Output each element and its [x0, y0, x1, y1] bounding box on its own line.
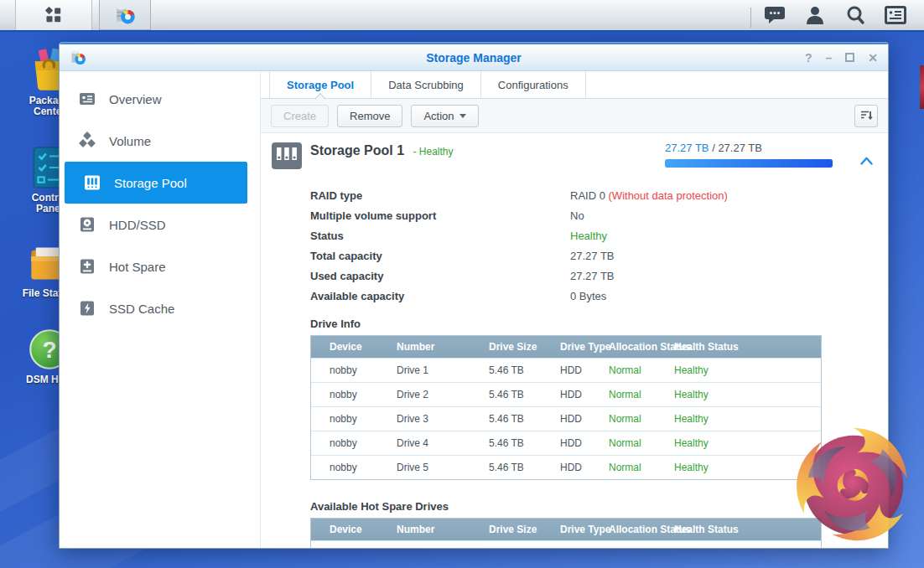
- col-number: Number: [397, 524, 489, 535]
- hdd-ssd-icon: [78, 215, 96, 234]
- volume-icon: [78, 132, 96, 150]
- raid-warning: (Without data protection): [609, 189, 728, 202]
- ssd-cache-icon: [78, 299, 96, 318]
- search-icon: [845, 5, 865, 25]
- table-row[interactable]: nobbyDrive 45.46 TBHDDNormalHealthy: [311, 431, 821, 455]
- table-row[interactable]: nobbyDrive 15.46 TBHDDNormalHealthy: [311, 358, 821, 382]
- detail-row: Status Healthy: [310, 225, 878, 245]
- sidebar-item-label: HDD/SSD: [109, 218, 166, 232]
- detail-row: Used capacity 27.27 TB: [310, 266, 878, 286]
- minimize-button[interactable]: –: [825, 52, 832, 64]
- sidebar-item-label: Hot Spare: [109, 260, 166, 274]
- maximize-button[interactable]: [845, 53, 854, 62]
- capacity-used: 27.27 TB: [665, 142, 709, 154]
- detail-value: 0 Bytes: [570, 290, 606, 302]
- col-drive-size: Drive Size: [489, 341, 560, 353]
- collapse-chevron-icon[interactable]: [860, 157, 873, 165]
- sidebar-item-label: SSD Cache: [109, 302, 174, 316]
- drive-info-table: Device Number Drive Size Drive Type Allo…: [310, 335, 822, 480]
- col-health-status: Health Status: [674, 524, 821, 535]
- table-header-row: Device Number Drive Size Drive Type Allo…: [311, 336, 821, 358]
- tab-storage-pool[interactable]: Storage Pool: [269, 71, 371, 98]
- table-row[interactable]: nobbyDrive 55.46 TBHDDNormalHealthy: [311, 455, 821, 479]
- sidebar-item-hdd-ssd[interactable]: HDD/SSD: [60, 204, 260, 245]
- sidebar-item-label: Volume: [109, 134, 151, 148]
- storage-manager-window: Storage Manager ? – ✕ Overview: [59, 42, 889, 549]
- window-title: Storage Manager: [60, 51, 888, 65]
- detail-row: Available capacity 0 Bytes: [310, 286, 878, 306]
- widgets-button[interactable]: [879, 0, 912, 30]
- action-label: Action: [423, 110, 454, 122]
- tab-label: Data Scrubbing: [388, 79, 464, 91]
- detail-row: Multiple volume support No: [310, 205, 878, 225]
- sidebar: Overview Volume: [60, 71, 261, 548]
- overview-icon: [78, 90, 96, 108]
- tab-data-scrubbing[interactable]: Data Scrubbing: [371, 71, 481, 98]
- screen: Package Center Control Panel Fil: [0, 0, 924, 568]
- col-health-status: Health Status: [674, 341, 821, 353]
- detail-row: Total capacity 27.27 TB: [310, 245, 878, 266]
- col-device: Device: [311, 341, 397, 353]
- col-drive-size: Drive Size: [489, 524, 560, 535]
- tab-label: Configurations: [498, 79, 568, 91]
- window-body: Overview Volume: [60, 71, 888, 548]
- hot-spare-icon: [78, 257, 96, 276]
- storage-pool-icon: [83, 173, 101, 192]
- dropdown-caret-icon: [459, 114, 466, 118]
- col-drive-type: Drive Type: [560, 341, 609, 353]
- pool-panel: Storage Pool 1 - Healthy 27.27 TB / 27.2…: [261, 133, 888, 548]
- col-allocation-status: Allocation Status: [609, 341, 674, 353]
- capacity-total: 27.27 TB: [718, 142, 762, 154]
- detail-row: RAID type RAID 0 (Without data protectio…: [310, 185, 878, 205]
- sidebar-item-volume[interactable]: Volume: [60, 120, 260, 162]
- detail-label: Used capacity: [310, 270, 570, 282]
- taskbar-storage-manager-button[interactable]: [99, 0, 151, 30]
- pool-details: RAID type RAID 0 (Without data protectio…: [310, 185, 878, 306]
- table-row[interactable]: nobbyDrive 35.46 TBHDDNormalHealthy: [311, 406, 821, 431]
- help-button[interactable]: ?: [805, 52, 812, 64]
- sidebar-item-hot-spare[interactable]: Hot Spare: [60, 245, 260, 287]
- capacity-progress-track: [665, 159, 833, 168]
- capacity-progress-fill: [665, 159, 833, 168]
- titlebar[interactable]: Storage Manager ? – ✕: [60, 43, 888, 71]
- create-button[interactable]: Create: [271, 105, 329, 127]
- sidebar-item-storage-pool[interactable]: Storage Pool: [65, 162, 247, 204]
- capacity-block: 27.27 TB / 27.27 TB: [665, 142, 833, 168]
- svg-text:?: ?: [42, 337, 56, 363]
- window-app-icon: [70, 49, 86, 66]
- content: Storage Pool Data Scrubbing Configuratio…: [261, 71, 888, 548]
- tab-configurations[interactable]: Configurations: [481, 71, 586, 98]
- hot-spare-title: Available Hot Spare Drives: [310, 500, 878, 513]
- remove-button[interactable]: Remove: [337, 105, 402, 127]
- sidebar-item-ssd-cache[interactable]: SSD Cache: [60, 287, 260, 329]
- action-button[interactable]: Action: [411, 105, 478, 127]
- table-row-empty: No drive available: [311, 540, 821, 548]
- col-drive-type: Drive Type: [560, 524, 609, 535]
- pool-title: Storage Pool 1: [310, 143, 404, 157]
- col-number: Number: [397, 341, 489, 353]
- sidebar-item-overview[interactable]: Overview: [60, 78, 260, 120]
- main-menu-button[interactable]: [15, 0, 92, 30]
- col-device: Device: [311, 524, 397, 535]
- widgets-icon: [885, 6, 906, 24]
- detail-value: RAID 0 (Without data protection): [570, 189, 728, 202]
- search-button[interactable]: [838, 0, 872, 30]
- pool-header[interactable]: Storage Pool 1 - Healthy 27.27 TB / 27.2…: [271, 137, 878, 178]
- detail-value: 27.27 TB: [570, 270, 615, 282]
- col-allocation-status: Allocation Status: [609, 524, 674, 535]
- close-button[interactable]: ✕: [868, 52, 878, 64]
- tab-label: Storage Pool: [287, 79, 354, 91]
- detail-label: RAID type: [310, 189, 570, 202]
- detail-label: Multiple volume support: [310, 209, 570, 222]
- hot-spare-table: Device Number Drive Size Drive Type Allo…: [310, 518, 822, 548]
- detail-label: Total capacity: [310, 250, 570, 262]
- collapse-all-button[interactable]: [854, 105, 878, 127]
- detail-value: No: [570, 209, 584, 222]
- table-row[interactable]: nobbyDrive 25.46 TBHDDNormalHealthy: [311, 382, 821, 406]
- chat-bubble-icon: [764, 5, 786, 25]
- user-button[interactable]: [798, 0, 832, 30]
- detail-label: Status: [310, 230, 570, 242]
- detail-value: 27.27 TB: [570, 250, 615, 262]
- main-menu-icon: [45, 7, 62, 23]
- notifications-button[interactable]: [758, 0, 792, 30]
